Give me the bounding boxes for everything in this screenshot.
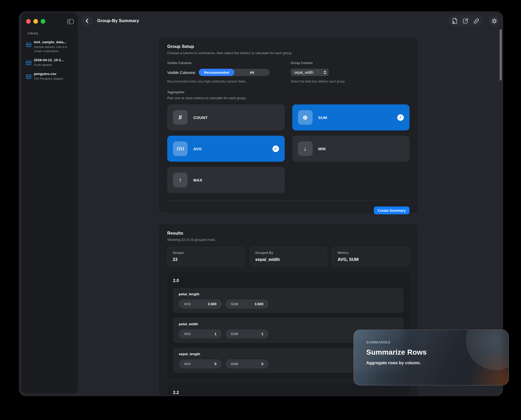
group-setup-title: Group Setup [167, 44, 410, 49]
aggregate-count[interactable]: # COUNT [167, 104, 285, 130]
results-subtitle: Showing 23 of 23 grouped rows. [167, 238, 410, 242]
aggregates-label: Aggregates [167, 90, 410, 94]
group-column-value: sepal_width [294, 70, 313, 74]
gear-icon [491, 18, 498, 24]
desktop: Library test_sample_data... Sample datas… [0, 0, 521, 420]
sidebar-item-dataset-2[interactable]: 2026-04-12_10-2... Fruits dataset [26, 58, 74, 67]
table-icon [26, 61, 31, 65]
chevron-left-icon [85, 18, 89, 23]
chevron-up-down-icon [324, 70, 326, 74]
vertical-scrollbar-thumb[interactable] [500, 29, 502, 80]
arrow-down-icon: ↓ [298, 141, 313, 156]
stat-metrics: Metrics AVG, SUM [332, 247, 410, 267]
aggregate-avg[interactable]: ƒ(x) AVG ✓ [167, 136, 285, 162]
settings-button[interactable] [489, 15, 500, 26]
checkmark-badge-icon: ✓ [272, 146, 279, 152]
segment-all[interactable]: All [234, 69, 270, 76]
sidebar-item-dataset-1[interactable]: test_sample_data... Sample dataset. Use … [26, 40, 74, 53]
zoom-window-button[interactable] [41, 19, 45, 24]
dataset-description: Sample dataset. Use it to create scatter… [34, 45, 73, 53]
aggregate-max[interactable]: ↑ MAX [167, 167, 285, 193]
new-document-icon[interactable] [451, 17, 459, 25]
dataset-title: penguins.csv [34, 72, 73, 76]
metric-pill-sum: SUM 3.500 [226, 299, 269, 309]
table-icon [26, 74, 31, 79]
library-section-label: Library [28, 32, 74, 35]
plus-circle-icon: ⊕ [298, 110, 313, 125]
table-icon [26, 43, 31, 47]
aggregate-sum[interactable]: ⊕ SUM ✓ [292, 104, 410, 130]
toolbar-actions [448, 15, 483, 26]
stat-grouped-by: Grouped By sepal_width [250, 247, 327, 267]
tooltip-title: Summarize Rows [366, 348, 496, 356]
sidebar-toggle-icon[interactable] [67, 19, 74, 24]
aggregate-options: # COUNT ⊕ SUM ✓ ƒ(x) AVG ✓ ↓ MIN [167, 104, 410, 193]
metric-pill-sum: SUM 5 [226, 359, 269, 368]
metric-pill-sum: SUM 1 [226, 329, 269, 338]
checkmark-badge-icon: ✓ [397, 114, 404, 121]
page-title: Group-By Summary [97, 18, 139, 23]
dataset-description: The Penguins dataset [34, 77, 73, 81]
dataset-title: test_sample_data... [34, 40, 73, 44]
group-name: 2.0 [173, 278, 404, 283]
visible-columns-label: Visible Columns [167, 61, 291, 65]
group-column-block: Group Column sepal_width Select the fiel… [291, 61, 410, 83]
metric-pill-avg: AVG 5 [179, 359, 222, 368]
minimize-window-button[interactable] [33, 19, 38, 24]
sidebar: Library test_sample_data... Sample datas… [21, 12, 78, 394]
back-button[interactable] [82, 15, 92, 26]
metric-pill-avg: AVG 3.500 [179, 299, 222, 309]
group-column-caption: Select the field that defines each group… [291, 80, 410, 83]
sidebar-item-dataset-3[interactable]: penguins.csv The Penguins dataset [26, 72, 74, 81]
tooltip-kicker: SUMMARIES [366, 340, 496, 344]
visible-columns-segmented-control: Recommended All [199, 69, 270, 76]
group-name: 2.2 [173, 390, 404, 395]
visible-columns-block: Visible Columns Visible Columns Recommen… [167, 61, 291, 83]
close-window-button[interactable] [26, 19, 31, 24]
visible-columns-row-label: Visible Columns [167, 70, 195, 75]
tooltip-subtitle: Aggregate rows by column. [366, 361, 496, 365]
group-column-select[interactable]: sepal_width [291, 69, 329, 76]
compose-icon[interactable] [462, 17, 469, 25]
aggregates-caption: Pick one or more metrics to calculate fo… [167, 96, 410, 100]
group-setup-card: Group Setup Choose a column to summarize… [158, 37, 418, 213]
summaries-tooltip: SUMMARIES Summarize Rows Aggregate rows … [353, 330, 509, 385]
group-card-2-2: 2.2 petal_length [167, 384, 410, 396]
results-title: Results [167, 231, 410, 236]
segment-recommended[interactable]: Recommended [199, 69, 234, 76]
visible-columns-caption: Recommended hides very high-cardinality … [167, 80, 291, 83]
group-setup-subtitle: Choose a column to summarize, then selec… [167, 51, 410, 55]
divider [167, 200, 410, 201]
number-sign-icon: # [173, 110, 188, 125]
stat-groups: Groups 23 [167, 247, 245, 267]
dataset-description: Fruits dataset [34, 63, 73, 67]
results-stats: Groups 23 Grouped By sepal_width Metrics… [167, 247, 410, 267]
create-summary-button[interactable]: Create Summary [374, 206, 410, 214]
function-icon: ƒ(x) [173, 141, 188, 156]
metric-pill-avg: AVG 1 [179, 329, 222, 338]
aggregate-min[interactable]: ↓ MIN [292, 136, 410, 162]
metric-row-petal-length: petal_length AVG 3.500 SUM 3.500 [173, 288, 404, 313]
link-icon[interactable] [472, 17, 480, 25]
dataset-title: 2026-04-12_10-2... [34, 58, 73, 62]
group-column-label: Group Column [291, 61, 410, 65]
arrow-up-icon: ↑ [173, 173, 188, 187]
